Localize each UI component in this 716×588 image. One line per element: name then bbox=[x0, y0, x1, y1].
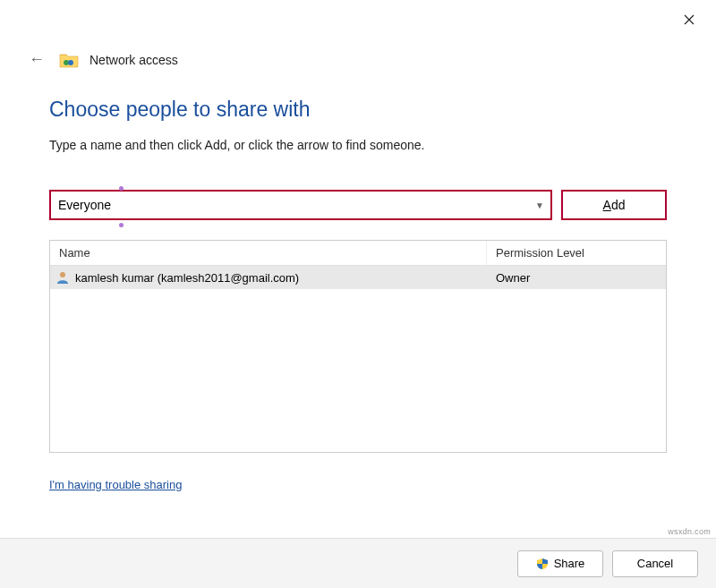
cancel-button[interactable]: Cancel bbox=[612, 550, 698, 577]
back-arrow-icon[interactable]: ← bbox=[25, 48, 48, 71]
column-header-name[interactable]: Name bbox=[50, 241, 487, 265]
svg-point-1 bbox=[68, 60, 73, 65]
people-table: Name Permission Level kamlesh kumar (kam… bbox=[49, 240, 667, 453]
watermark: wsxdn.com bbox=[668, 527, 711, 536]
page-heading: Choose people to share with bbox=[49, 98, 667, 122]
table-header-row: Name Permission Level bbox=[50, 241, 666, 266]
cell-permission: Owner bbox=[487, 271, 666, 285]
table-row[interactable]: kamlesh kumar (kamlesh2011@gmail.com) Ow… bbox=[50, 266, 666, 289]
shared-folder-icon bbox=[59, 52, 79, 68]
dialog-content: Choose people to share with Type a name … bbox=[0, 71, 716, 491]
network-access-dialog: ← Network access Choose people to share … bbox=[0, 0, 716, 588]
share-button-label: Share bbox=[554, 557, 585, 570]
shield-icon bbox=[536, 558, 549, 570]
people-combobox[interactable]: ▼ bbox=[49, 190, 552, 220]
close-button[interactable] bbox=[678, 9, 700, 30]
cancel-button-label: Cancel bbox=[637, 557, 673, 570]
close-icon bbox=[684, 14, 695, 25]
svg-point-2 bbox=[60, 272, 65, 277]
trouble-sharing-link[interactable]: I'm having trouble sharing bbox=[49, 478, 182, 491]
people-input[interactable] bbox=[51, 194, 529, 216]
dialog-footer: Share Cancel bbox=[0, 538, 716, 588]
share-button[interactable]: Share bbox=[517, 550, 603, 577]
user-icon bbox=[55, 270, 70, 285]
add-button-label-rest: dd bbox=[611, 198, 626, 212]
add-user-row: ▼ Add bbox=[49, 190, 667, 220]
cell-name: kamlesh kumar (kamlesh2011@gmail.com) bbox=[50, 270, 487, 285]
add-button[interactable]: Add bbox=[561, 190, 667, 220]
page-subtext: Type a name and then click Add, or click… bbox=[49, 138, 667, 152]
column-header-permission[interactable]: Permission Level bbox=[487, 241, 666, 265]
dialog-title: Network access bbox=[90, 53, 178, 67]
row-user-name: kamlesh kumar (kamlesh2011@gmail.com) bbox=[75, 271, 299, 285]
chevron-down-icon[interactable]: ▼ bbox=[529, 200, 550, 210]
dialog-header: ← Network access bbox=[0, 0, 716, 71]
